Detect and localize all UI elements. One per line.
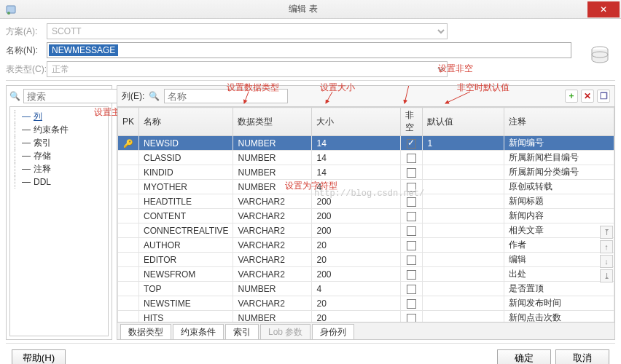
default-cell[interactable] bbox=[423, 282, 504, 296]
name-cell[interactable]: CLASSID bbox=[139, 151, 233, 165]
datatype-cell[interactable]: NUMBER bbox=[233, 136, 312, 151]
size-cell[interactable]: 200 bbox=[312, 267, 401, 282]
table-row[interactable]: TOPNUMBER4是否置顶 bbox=[118, 282, 614, 296]
comment-cell[interactable]: 作者 bbox=[504, 238, 614, 253]
datatype-cell[interactable]: VARCHAR2 bbox=[233, 209, 312, 223]
sidebar-item[interactable]: —列 bbox=[13, 110, 105, 123]
sidebar-item[interactable]: —注释 bbox=[13, 162, 105, 175]
name-cell[interactable]: MYOTHER bbox=[139, 180, 233, 194]
comment-cell[interactable]: 所属新闻栏目编号 bbox=[504, 151, 614, 165]
pk-cell[interactable] bbox=[118, 253, 139, 267]
size-cell[interactable]: 200 bbox=[312, 194, 401, 209]
th-size[interactable]: 大小 bbox=[312, 108, 401, 136]
comment-cell[interactable]: 原创或转载 bbox=[504, 180, 614, 194]
sidebar-item[interactable]: —索引 bbox=[13, 136, 105, 149]
name-cell[interactable]: HEADTITLE bbox=[139, 194, 233, 209]
datatype-cell[interactable]: VARCHAR2 bbox=[233, 267, 312, 282]
pk-cell[interactable] bbox=[118, 267, 139, 282]
name-cell[interactable]: AUTHOR bbox=[139, 238, 233, 253]
table-row[interactable]: CONTENTVARCHAR2200新闻内容 bbox=[118, 209, 614, 223]
notnull-cell[interactable] bbox=[401, 238, 423, 253]
checkbox-icon[interactable] bbox=[407, 154, 416, 163]
bottom-tab[interactable]: 身份列 bbox=[312, 324, 354, 339]
size-cell[interactable]: 4 bbox=[312, 282, 401, 296]
name-cell[interactable]: CONTENT bbox=[139, 209, 233, 223]
name-cell[interactable]: CONNECTREALTIVE bbox=[139, 223, 233, 238]
size-cell[interactable]: 14 bbox=[312, 165, 401, 180]
checkbox-icon[interactable] bbox=[407, 285, 416, 294]
datatype-cell[interactable]: NUMBER bbox=[233, 311, 312, 323]
table-row[interactable]: MYOTHERNUMBER4原创或转载 bbox=[118, 180, 614, 194]
pk-cell[interactable] bbox=[118, 223, 139, 238]
th-notnull[interactable]: 非空 bbox=[401, 108, 423, 136]
comment-cell[interactable]: 出处 bbox=[504, 267, 614, 282]
default-cell[interactable] bbox=[423, 267, 504, 282]
pk-cell[interactable]: 🔑 bbox=[118, 136, 139, 151]
pk-cell[interactable] bbox=[118, 151, 139, 165]
default-cell[interactable] bbox=[423, 238, 504, 253]
pk-cell[interactable] bbox=[118, 209, 139, 223]
datatype-cell[interactable]: NUMBER bbox=[233, 151, 312, 165]
default-cell[interactable] bbox=[423, 296, 504, 311]
cancel-button[interactable]: 取消 bbox=[555, 349, 609, 364]
pk-cell[interactable] bbox=[118, 194, 139, 209]
name-cell[interactable]: EDITOR bbox=[139, 253, 233, 267]
th-comment[interactable]: 注释 bbox=[504, 108, 614, 136]
table-row[interactable]: NEWSFROMVARCHAR2200出处 bbox=[118, 267, 614, 282]
notnull-cell[interactable] bbox=[401, 253, 423, 267]
th-pk[interactable]: PK bbox=[118, 108, 139, 136]
notnull-cell[interactable] bbox=[401, 296, 423, 311]
checkbox-icon[interactable] bbox=[407, 197, 416, 207]
checkbox-icon[interactable] bbox=[407, 226, 416, 236]
notnull-cell[interactable] bbox=[401, 209, 423, 223]
name-cell[interactable]: NEWSTIME bbox=[139, 296, 233, 311]
comment-cell[interactable]: 新闻编号 bbox=[504, 136, 614, 151]
comment-cell[interactable]: 新闻发布时间 bbox=[504, 296, 614, 311]
table-row[interactable]: CLASSIDNUMBER14所属新闻栏目编号 bbox=[118, 151, 614, 165]
default-cell[interactable] bbox=[423, 194, 504, 209]
datatype-cell[interactable]: VARCHAR2 bbox=[233, 223, 312, 238]
datatype-cell[interactable]: NUMBER bbox=[233, 180, 312, 194]
notnull-cell[interactable] bbox=[401, 151, 423, 165]
datatype-cell[interactable]: NUMBER bbox=[233, 165, 312, 180]
default-cell[interactable] bbox=[423, 151, 504, 165]
table-row[interactable]: HITSNUMBER20新闻点击次数 bbox=[118, 311, 614, 323]
checkbox-icon[interactable] bbox=[407, 183, 416, 192]
size-cell[interactable]: 200 bbox=[312, 223, 401, 238]
default-cell[interactable] bbox=[423, 311, 504, 323]
notnull-cell[interactable] bbox=[401, 311, 423, 323]
delete-column-button[interactable]: ✕ bbox=[581, 90, 594, 103]
name-cell[interactable]: NEWSID bbox=[139, 136, 233, 151]
sidebar-item[interactable]: —存储 bbox=[13, 149, 105, 162]
default-cell[interactable]: 1 bbox=[423, 136, 504, 151]
table-row[interactable]: AUTHORVARCHAR220作者 bbox=[118, 238, 614, 253]
comment-cell[interactable]: 新闻内容 bbox=[504, 209, 614, 223]
name-cell[interactable]: HITS bbox=[139, 311, 233, 323]
move-down-button[interactable]: ↓ bbox=[600, 255, 613, 268]
table-row[interactable]: CONNECTREALTIVEVARCHAR2200相关文章 bbox=[118, 223, 614, 238]
checkbox-icon[interactable] bbox=[407, 212, 416, 221]
bottom-tab[interactable]: 索引 bbox=[225, 324, 259, 339]
datatype-cell[interactable]: VARCHAR2 bbox=[233, 194, 312, 209]
notnull-cell[interactable] bbox=[401, 165, 423, 180]
size-cell[interactable]: 20 bbox=[312, 296, 401, 311]
datatype-cell[interactable]: VARCHAR2 bbox=[233, 238, 312, 253]
name-cell[interactable]: KINDID bbox=[139, 165, 233, 180]
move-bottom-button[interactable]: ⤓ bbox=[600, 269, 613, 282]
datatype-cell[interactable]: VARCHAR2 bbox=[233, 296, 312, 311]
notnull-cell[interactable] bbox=[401, 180, 423, 194]
checkbox-icon[interactable] bbox=[407, 168, 416, 178]
pk-cell[interactable] bbox=[118, 165, 139, 180]
th-datatype[interactable]: 数据类型 bbox=[233, 108, 312, 136]
default-cell[interactable] bbox=[423, 165, 504, 180]
checkbox-icon[interactable] bbox=[407, 256, 416, 265]
sidebar-item[interactable]: —约束条件 bbox=[13, 123, 105, 136]
comment-cell[interactable]: 相关文章 bbox=[504, 223, 614, 238]
default-cell[interactable] bbox=[423, 209, 504, 223]
notnull-cell[interactable] bbox=[401, 194, 423, 209]
name-field[interactable]: NEWMESSAGE bbox=[47, 42, 571, 58]
notnull-cell[interactable] bbox=[401, 282, 423, 296]
notnull-cell[interactable] bbox=[401, 136, 423, 151]
datatype-cell[interactable]: VARCHAR2 bbox=[233, 253, 312, 267]
pk-cell[interactable] bbox=[118, 180, 139, 194]
